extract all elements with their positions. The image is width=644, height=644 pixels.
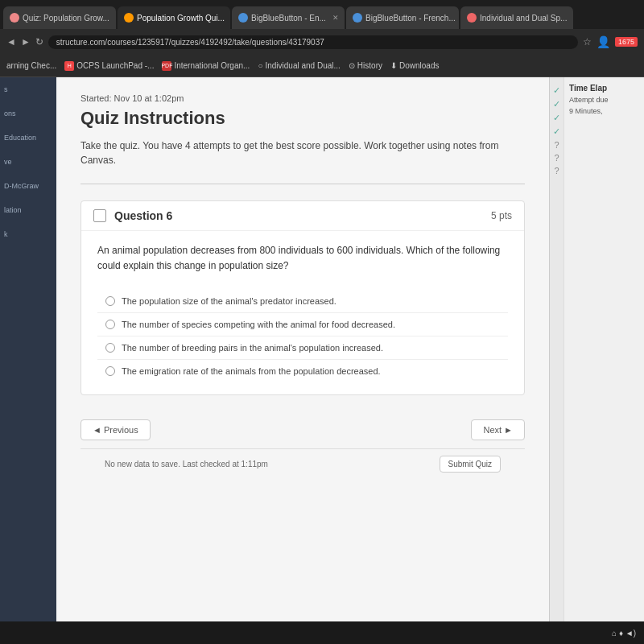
tab-icon bbox=[10, 13, 19, 23]
question-checkbox[interactable] bbox=[93, 209, 106, 222]
tab-bigbluebutton-fr[interactable]: BigBlueButton - French... ✕ bbox=[346, 6, 459, 29]
question-mark-1: ? bbox=[554, 140, 559, 150]
address-bar-row: ◄ ► ↻ ☆ 👤 1675 bbox=[0, 29, 644, 55]
check-mark-1: ✓ bbox=[553, 85, 560, 96]
answer-options: The population size of the animal's pred… bbox=[97, 290, 508, 382]
check-mark-4: ✓ bbox=[553, 126, 560, 137]
tab-icon-individual bbox=[467, 13, 477, 23]
bookmark-individual-label: Individual and Dual... bbox=[265, 61, 340, 70]
question-points: 5 pts bbox=[491, 210, 512, 221]
sidebar-item-mcgraw[interactable]: D-McGraw bbox=[4, 182, 52, 190]
bookmark-history[interactable]: ⊙ History bbox=[349, 61, 382, 70]
address-input[interactable] bbox=[48, 35, 578, 49]
bookmarks-bar: arning Chec... H OCPS LaunchPad -... PDF… bbox=[0, 55, 644, 77]
question-mark-3: ? bbox=[554, 166, 559, 175]
quiz-instructions-desc: Take the quiz. You have 4 attempts to ge… bbox=[80, 138, 525, 167]
tab-individual-dual[interactable]: Individual and Dual Sp... ✕ bbox=[460, 6, 573, 29]
main-quiz-content: Started: Nov 10 at 1:02pm Quiz Instructi… bbox=[56, 77, 549, 621]
answer-text-b: The number of species competing with the… bbox=[122, 320, 395, 329]
answer-text-d: The emigration rate of the animals from … bbox=[122, 366, 381, 376]
bookmark-international-label: International Organ... bbox=[174, 61, 250, 70]
quiz-footer: No new data to save. Last checked at 1:1… bbox=[80, 448, 525, 479]
radio-option-c[interactable] bbox=[105, 343, 115, 353]
taskbar: ⌂ ♦ ◄) bbox=[0, 621, 644, 644]
refresh-icon[interactable]: ↻ bbox=[35, 36, 43, 47]
forward-icon[interactable]: ► bbox=[21, 36, 31, 47]
tab-icon-active bbox=[124, 13, 134, 23]
back-icon[interactable]: ◄ bbox=[6, 36, 16, 47]
answer-option-a[interactable]: The population size of the animal's pred… bbox=[97, 290, 508, 312]
sidebar-item-ons[interactable]: ons bbox=[4, 109, 52, 118]
sidebar-item-s[interactable]: s bbox=[4, 85, 52, 93]
sidebar-item-education[interactable]: Education bbox=[4, 134, 52, 142]
bookmark-individual-icon: ○ bbox=[258, 61, 262, 70]
answer-option-d[interactable]: The emigration rate of the animals from … bbox=[97, 359, 508, 382]
tab-popgrowth-qui[interactable]: Population Growth Qui... ✕ bbox=[118, 6, 230, 29]
radio-option-b[interactable] bbox=[105, 320, 115, 329]
tab-bar: Quiz: Population Grow... ✕ Population Gr… bbox=[0, 0, 644, 29]
tab-quiz-popgrow[interactable]: Quiz: Population Grow... ✕ bbox=[3, 6, 116, 29]
bookmark-ocps-icon: H bbox=[64, 61, 74, 71]
radio-option-d[interactable] bbox=[105, 366, 115, 376]
question-number: Question 6 bbox=[114, 209, 172, 222]
bookmark-international[interactable]: PDF International Organ... bbox=[162, 61, 250, 71]
question-mark-2: ? bbox=[554, 153, 559, 163]
save-status: No new data to save. Last checked at 1:1… bbox=[105, 460, 268, 469]
attempt-due-text: Attempt due bbox=[569, 96, 639, 104]
bookmark-history-icon: ⊙ bbox=[349, 61, 355, 70]
started-text: Started: Nov 10 at 1:02pm bbox=[80, 93, 525, 103]
check-mark-2: ✓ bbox=[553, 99, 560, 109]
bookmark-international-icon: PDF bbox=[162, 61, 171, 71]
next-button[interactable]: Next ► bbox=[471, 419, 525, 440]
extension-badge: 1675 bbox=[615, 37, 638, 47]
question-number-row: Question 6 bbox=[93, 209, 172, 222]
tab-close-bbb-en-icon[interactable]: ✕ bbox=[332, 14, 339, 22]
bookmark-downloads[interactable]: ⬇ Downloads bbox=[390, 61, 439, 70]
submit-quiz-button[interactable]: Submit Quiz bbox=[440, 456, 501, 473]
previous-button[interactable]: ◄ Previous bbox=[80, 419, 151, 440]
answer-option-c[interactable]: The number of breeding pairs in the anim… bbox=[97, 336, 508, 359]
time-elapsed-title: Time Elap bbox=[569, 84, 639, 93]
bookmark-downloads-icon: ⬇ bbox=[390, 61, 397, 70]
tab-bigbluebutton-en[interactable]: BigBlueButton - En... ✕ bbox=[232, 6, 345, 29]
bookmark-ocps[interactable]: H OCPS LaunchPad -... bbox=[64, 61, 154, 71]
answer-text-c: The number of breeding pairs in the anim… bbox=[122, 343, 383, 353]
bookmark-individual-dual[interactable]: ○ Individual and Dual... bbox=[258, 61, 340, 70]
quiz-instructions-title: Quiz Instructions bbox=[80, 108, 525, 129]
content-area: s ons Education ve D-McGraw lation k Sta… bbox=[0, 77, 644, 621]
taskbar-icons: ⌂ ♦ ◄) bbox=[612, 629, 636, 638]
sidebar-item-ve[interactable]: ve bbox=[4, 158, 52, 166]
question-text: An animal population decreases from 800 … bbox=[97, 243, 508, 274]
right-time-panel: Time Elap Attempt due 9 Minutes, bbox=[564, 77, 644, 621]
question-header: Question 6 5 pts bbox=[81, 201, 524, 231]
profile-icon[interactable]: 👤 bbox=[597, 35, 610, 48]
left-sidebar: s ons Education ve D-McGraw lation k bbox=[0, 77, 56, 621]
question-card: Question 6 5 pts An animal population de… bbox=[80, 200, 525, 395]
star-icon[interactable]: ☆ bbox=[583, 36, 592, 47]
radio-option-a[interactable] bbox=[105, 296, 115, 306]
tab-icon-bbb-fr bbox=[353, 13, 362, 23]
right-checks-panel: ✓ ✓ ✓ ✓ ? ? ? bbox=[549, 77, 564, 621]
bookmark-downloads-label: Downloads bbox=[399, 61, 439, 70]
bookmark-ocps-label: OCPS LaunchPad -... bbox=[76, 61, 154, 70]
sidebar-item-lation[interactable]: lation bbox=[4, 206, 52, 214]
check-mark-3: ✓ bbox=[553, 113, 560, 123]
divider bbox=[80, 184, 525, 184]
bookmark-learning[interactable]: arning Chec... bbox=[6, 61, 56, 70]
question-body: An animal population decreases from 800 … bbox=[81, 231, 524, 394]
browser-frame: Quiz: Population Grow... ✕ Population Gr… bbox=[0, 0, 644, 644]
sidebar-item-k[interactable]: k bbox=[4, 230, 52, 238]
bookmark-history-label: History bbox=[357, 61, 382, 70]
tab-icon-bbb-en bbox=[238, 13, 248, 23]
bookmark-learning-label: arning Chec... bbox=[6, 61, 56, 70]
nav-buttons: ◄ Previous Next ► bbox=[80, 411, 525, 448]
answer-text-a: The population size of the animal's pred… bbox=[122, 296, 336, 306]
time-value: 9 Minutes, bbox=[569, 107, 639, 115]
answer-option-b[interactable]: The number of species competing with the… bbox=[97, 312, 508, 336]
